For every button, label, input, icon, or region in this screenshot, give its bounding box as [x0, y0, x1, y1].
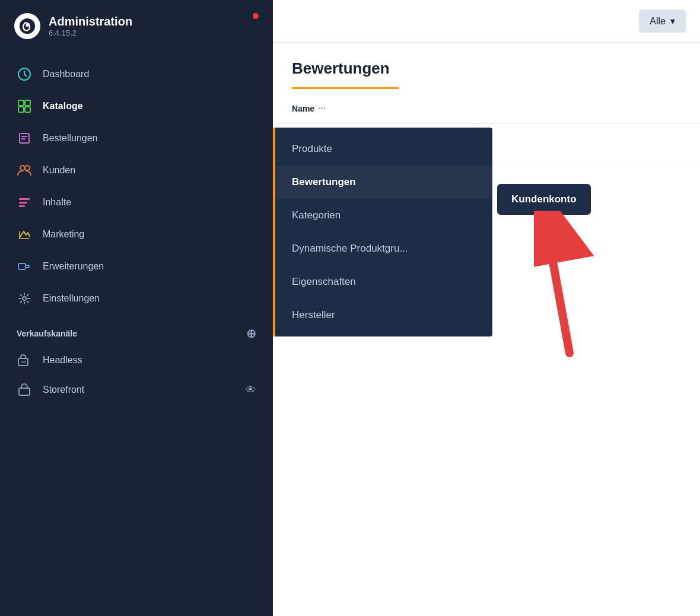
alle-filter-button[interactable]: Alle ▾ — [639, 9, 686, 33]
svg-point-9 — [25, 166, 30, 170]
sidebar-item-label-bestellungen: Bestellungen — [43, 133, 98, 144]
app-version: 6.4.15.2 — [49, 28, 259, 37]
notification-dot — [253, 13, 259, 19]
sidebar-item-label-erweiterungen: Erweiterungen — [43, 261, 104, 272]
sidebar-item-dashboard[interactable]: Dashboard — [0, 58, 273, 90]
sidebar-nav: Dashboard Kataloge Bestell — [0, 52, 273, 616]
top-bar: Alle ▾ — [273, 0, 700, 43]
flyout-item-kategorien[interactable]: Kategorien — [275, 199, 492, 232]
storefront-icon — [17, 382, 32, 398]
sidebar-item-label-kataloge: Kataloge — [43, 101, 83, 112]
svg-point-1 — [26, 24, 28, 27]
flyout-item-produkte[interactable]: Produkte — [275, 132, 492, 166]
svg-line-19 — [546, 223, 569, 353]
svg-rect-3 — [18, 100, 24, 106]
flyout-item-dynamische[interactable]: Dynamische Produktgru... — [275, 232, 492, 265]
flyout-menu: Produkte Bewertungen Kategorien Dynamisc… — [273, 128, 492, 336]
sidebar-item-kunden[interactable]: Kunden — [0, 154, 273, 186]
section-label-verkaufskanaele: Verkaufskanäle ⊕ — [0, 315, 273, 345]
sidebar-item-label-dashboard: Dashboard — [43, 69, 89, 80]
chevron-down-icon: ▾ — [670, 15, 675, 27]
svg-rect-17 — [19, 388, 30, 395]
svg-point-14 — [23, 297, 26, 300]
svg-point-8 — [20, 166, 25, 170]
inhalte-icon — [17, 195, 32, 210]
table-header: Name ··· — [273, 94, 700, 124]
logo-icon — [14, 13, 40, 39]
einstellungen-icon — [17, 291, 32, 306]
sidebar-item-inhalte[interactable]: Inhalte — [0, 186, 273, 218]
app-title: Administration — [49, 15, 259, 28]
flyout-item-eigenschaften[interactable]: Eigenschaften — [275, 265, 492, 299]
flyout-item-bewertungen[interactable]: Bewertungen — [275, 166, 492, 199]
page-title-underline — [292, 87, 399, 89]
sidebar-item-marketing[interactable]: Marketing — [0, 218, 273, 250]
sidebar-item-label-einstellungen: Einstellungen — [43, 293, 100, 304]
sidebar-item-kataloge[interactable]: Kataloge — [0, 90, 273, 122]
sidebar-item-einstellungen[interactable]: Einstellungen — [0, 282, 273, 315]
svg-rect-13 — [18, 263, 26, 269]
page-title: Bewertungen — [273, 43, 700, 78]
sidebar-item-label-headless: Headless — [43, 355, 82, 366]
sidebar-header: Administration 6.4.15.2 — [0, 0, 273, 52]
sidebar: Administration 6.4.15.2 Dashboard — [0, 0, 273, 616]
eye-icon[interactable]: 👁 — [246, 384, 256, 396]
svg-rect-5 — [18, 107, 24, 112]
kataloge-icon — [17, 99, 32, 114]
dashboard-icon — [17, 66, 32, 82]
svg-rect-10 — [19, 198, 30, 200]
sidebar-item-label-marketing: Marketing — [43, 229, 84, 240]
erweiterungen-icon — [17, 259, 32, 274]
headless-icon — [17, 353, 32, 368]
sidebar-item-erweiterungen[interactable]: Erweiterungen — [0, 250, 273, 282]
sidebar-item-storefront[interactable]: Storefront 👁 — [0, 375, 273, 405]
marketing-icon — [17, 227, 32, 242]
bestellungen-icon — [17, 131, 32, 146]
kunden-icon — [17, 163, 32, 178]
sidebar-title-group: Administration 6.4.15.2 — [49, 15, 259, 37]
svg-rect-12 — [19, 205, 25, 207]
col-name: Name ··· — [292, 103, 326, 114]
col-more-icon[interactable]: ··· — [318, 103, 326, 114]
sidebar-item-label-storefront: Storefront — [43, 385, 84, 395]
sidebar-item-label-kunden: Kunden — [43, 165, 75, 176]
arrow-annotation — [534, 211, 605, 367]
sidebar-item-headless[interactable]: Headless — [0, 345, 273, 375]
svg-rect-4 — [25, 100, 30, 106]
add-channel-button[interactable]: ⊕ — [246, 326, 256, 341]
sidebar-item-label-inhalte: Inhalte — [43, 197, 71, 208]
flyout-item-hersteller[interactable]: Hersteller — [275, 299, 492, 332]
svg-rect-11 — [19, 202, 27, 204]
sidebar-item-bestellungen[interactable]: Bestellungen — [0, 122, 273, 154]
svg-rect-6 — [25, 107, 30, 112]
